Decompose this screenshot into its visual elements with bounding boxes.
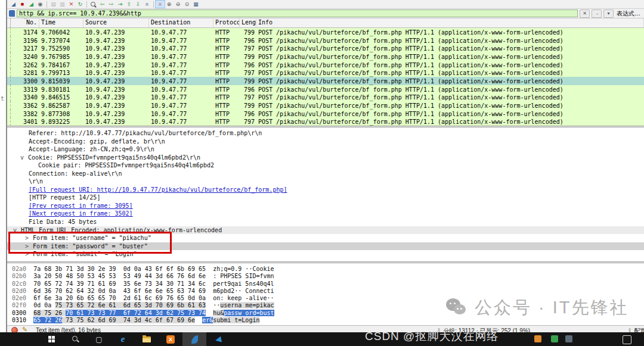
hex-ascii[interactable]: on: keep -alive·· [213, 295, 274, 301]
autoscroll-icon[interactable]: ≡ [143, 1, 151, 8]
packet-row[interactable]: 32819.79971310.9.47.23910.9.47.77HTTP797… [7, 68, 644, 77]
tray-icon-green[interactable] [551, 335, 558, 342]
hex-bytes[interactable]: 3a 20 50 48 50 53 45 53 53 49 44 3d 66 7… [33, 273, 206, 279]
detail-line[interactable]: [HTTP request 14/25] [7, 194, 644, 202]
file-explorer-taskbar-button[interactable] [135, 332, 159, 346]
hex-ascii[interactable]: zh;q=0.9 ··Cookie [213, 266, 274, 272]
go-to-packet-icon[interactable]: ⇥ [116, 1, 125, 8]
hex-ascii[interactable]: passw ord=bust [224, 310, 274, 316]
reload-icon[interactable]: ↻ [76, 1, 85, 8]
resize-columns-icon[interactable]: ▦ [191, 1, 200, 8]
close-capture-icon[interactable]: ✕ [67, 1, 76, 8]
tray-icon-monitor[interactable] [565, 335, 572, 342]
zoom-out-icon[interactable]: ⊖ [174, 1, 182, 8]
packet-row[interactable]: 31749.70604210.9.47.23910.9.47.77HTTP799… [7, 28, 644, 36]
detail-line[interactable]: [Full request URI: http://10.9.47.77/pik… [7, 186, 644, 194]
apply-filter-button[interactable]: → [592, 10, 602, 18]
clear-filter-button[interactable]: ✕ [580, 10, 590, 18]
start-taskbar-button[interactable] [39, 332, 63, 346]
packet-row[interactable]: 33409.84651510.9.47.23910.9.47.77HTTP797… [7, 93, 644, 101]
column-header-no[interactable]: No.^ [11, 18, 39, 27]
detail-line[interactable]: Connection: keep-alive\r\n [7, 170, 644, 178]
zoom-100-icon[interactable]: ⊙ [182, 1, 191, 8]
packet-row[interactable]: 32409.76798510.9.47.23910.9.47.77HTTP799… [7, 52, 644, 61]
packet-row[interactable]: 33199.83018110.9.47.23910.9.47.77HTTP796… [7, 85, 644, 93]
display-filter-input[interactable] [17, 10, 578, 17]
hex-ascii[interactable]: hu& [213, 310, 224, 316]
hex-ascii[interactable]: er& [202, 317, 213, 323]
hex-row[interactable]: 02b0 3a 20 50 48 50 53 45 53 53 49 44 3d… [7, 273, 644, 280]
hex-ascii[interactable]: pert9qai 5ns40q4l [213, 280, 274, 287]
detail-line[interactable]: [Next request in frame: 3502] [7, 210, 644, 218]
go-bottom-icon[interactable]: ⇩ [134, 1, 143, 8]
capture-restart-icon[interactable]: ◢ [27, 1, 36, 8]
capture-options-icon[interactable]: ◉ [36, 1, 45, 8]
tray-icon-orange[interactable] [534, 335, 541, 342]
hex-row[interactable]: 02c0 70 65 72 74 39 71 61 69 35 6e 73 34… [7, 280, 644, 288]
wireshark-taskbar-button[interactable] [182, 332, 206, 346]
hex-ascii[interactable]: m6pbd2·· Connecti [213, 288, 274, 294]
detail-text[interactable]: [Next request in frame: 3502] [29, 210, 133, 217]
packet-row[interactable]: 33629.86258710.9.47.23910.9.47.77HTTP799… [7, 101, 644, 110]
task-view-taskbar-button[interactable]: ▢ [87, 332, 111, 346]
packet-row[interactable]: 31969.73707410.9.47.23910.9.47.77HTTP796… [7, 36, 644, 45]
detail-line[interactable]: \r\n [7, 177, 644, 186]
task-view-icon: ▢ [95, 335, 102, 344]
find-packet-icon[interactable] [89, 1, 98, 8]
zoom-in-icon[interactable]: ⊕ [165, 1, 174, 8]
colorize-icon[interactable]: ≡ [156, 1, 165, 8]
hex-bytes[interactable]: 6f 6e 3a 20 6b 65 65 70 2d 61 6c 69 76 6… [33, 295, 206, 301]
filter-bookmark-icon[interactable] [9, 10, 15, 17]
xampp-taskbar-button[interactable]: X [159, 332, 182, 346]
column-header-proto[interactable]: Protocol [213, 18, 240, 27]
open-file-icon[interactable]: ▤ [49, 1, 58, 8]
hex-bytes[interactable]: 0d 0a [33, 302, 55, 308]
detail-line[interactable]: File Data: 45 bytes [7, 218, 644, 226]
hex-row[interactable]: 02d0 6d 36 70 62 64 32 0d 0a 43 6f 6e 6e… [7, 288, 644, 295]
search-taskbar-button[interactable] [63, 332, 87, 346]
tray-icon-ime[interactable] [623, 335, 631, 344]
hex-bytes[interactable]: 70 61 73 73 77 6f 72 64 3d 62 75 73 74 [66, 310, 206, 316]
hex-bytes[interactable]: 70 65 72 74 39 71 61 69 35 6e 73 34 30 7… [33, 280, 206, 287]
filter-dropdown-button[interactable]: ▾ [603, 10, 614, 18]
hex-ascii[interactable]: : PHPSES SID=fvmn [213, 273, 274, 279]
hex-ascii[interactable]: ·· [213, 302, 220, 308]
hex-bytes[interactable]: 65 72 26 [33, 317, 62, 323]
hex-row[interactable]: 02a0 7a 68 3b 71 3d 30 2e 39 0d 0a 43 6f… [7, 266, 644, 273]
go-forward-icon[interactable]: ⇨ [107, 1, 116, 8]
packet-row[interactable]: 32179.75259010.9.47.23910.9.47.77HTTP797… [7, 44, 644, 52]
column-header-dst[interactable]: Destination [149, 18, 213, 27]
detail-line[interactable]: [Prev request in frame: 3095] [7, 202, 644, 210]
detail-line[interactable]: vCookie: PHPSESSID=fvmnpert9qai5ns40q4lm… [7, 154, 644, 162]
hex-bytes[interactable]: 7a 68 3b 71 3d 30 2e 39 0d 0a 43 6f 6f 6… [33, 266, 206, 272]
go-top-icon[interactable]: ⇧ [125, 1, 134, 8]
hex-ascii[interactable]: userna me=pikac [220, 302, 274, 308]
packet-row[interactable]: 33829.87730810.9.47.23910.9.47.77HTTP796… [7, 110, 644, 118]
hex-bytes[interactable]: 68 75 26 [33, 310, 66, 316]
ie-taskbar-button[interactable]: e [111, 332, 135, 346]
detail-line[interactable]: Accept-Encoding: gzip, deflate, br\r\n [7, 138, 644, 146]
column-header-len[interactable]: Length [240, 18, 256, 27]
capture-stop-icon[interactable]: ■ [18, 1, 27, 8]
packet-row[interactable]: 34019.89322510.9.47.23910.9.47.77HTTP797… [7, 117, 644, 126]
hex-bytes[interactable]: 6d 36 70 62 64 32 0d 0a 43 6f 6e 6e 65 6… [33, 288, 206, 294]
column-header-info[interactable]: Info [256, 18, 644, 27]
detail-line[interactable]: Referer: http://10.9.47.77/pikachu/vul/b… [7, 129, 644, 138]
packet-row[interactable]: 32629.78416710.9.47.23910.9.47.77HTTP796… [7, 61, 644, 69]
vscode-taskbar-button[interactable]: ◀ [206, 332, 230, 346]
detail-line[interactable]: Cookie pair: PHPSESSID=fvmnpert9qai5ns40… [7, 161, 644, 170]
hex-ascii[interactable]: submi t=Login [213, 317, 259, 323]
chevron-down-icon[interactable]: v [20, 154, 28, 162]
hex-bytes[interactable]: 75 73 65 72 6e 61 6d 65 3d 70 69 6b 61 6… [55, 302, 206, 308]
column-header-time[interactable]: Time [39, 18, 83, 27]
detail-text[interactable]: [Full request URI: http://10.9.47.77/pik… [29, 186, 287, 193]
detail-line[interactable]: Accept-Language: zh-CN,zh;q=0.9\r\n [7, 145, 644, 154]
detail-text[interactable]: [Prev request in frame: 3095] [29, 202, 133, 209]
expression-button[interactable]: 表达式… [617, 10, 640, 18]
save-file-icon[interactable]: ▥ [58, 1, 67, 8]
packet-row[interactable]: 33009.81503910.9.47.23910.9.47.77HTTP799… [7, 77, 644, 85]
column-header-src[interactable]: Source [83, 18, 149, 27]
capture-start-icon[interactable]: ◢ [9, 1, 18, 8]
go-back-icon[interactable]: ⇦ [98, 1, 107, 8]
hex-bytes[interactable]: 73 75 62 6d 69 74 3d 4c 6f 67 69 6e [62, 317, 195, 323]
